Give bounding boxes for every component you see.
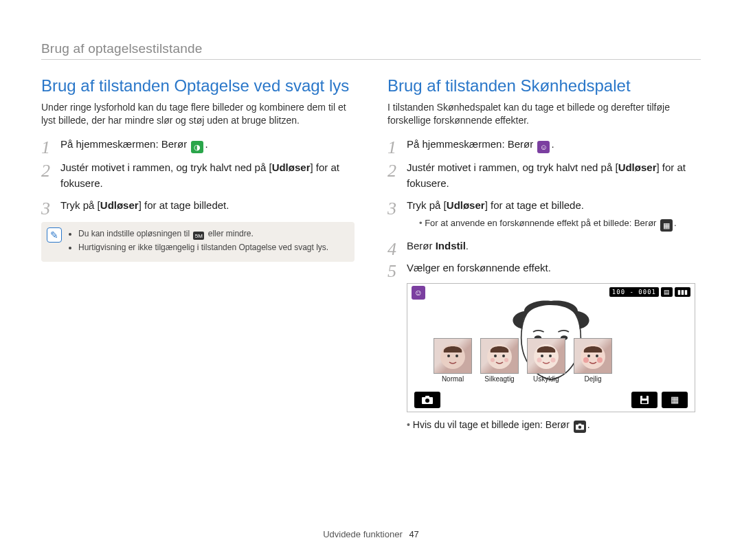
step-4: Berør Indstil.: [387, 238, 701, 254]
svg-point-13: [537, 357, 542, 362]
under-shot-a: Hvis du vil tage et billede igen: Berør: [413, 419, 572, 430]
retake-photo-button[interactable]: [414, 392, 440, 408]
heading-low-light: Brug af tilstanden Optagelse ved svagt l…: [41, 76, 355, 96]
battery-icon: ▮▮▮: [675, 287, 690, 297]
step-2-text-a: Justér motivet i rammen, og tryk halvt n…: [60, 161, 272, 173]
thumb-label: Normal: [434, 375, 472, 383]
svg-point-7: [502, 355, 505, 357]
svg-point-8: [491, 358, 495, 362]
thumb-normal[interactable]: Normal: [434, 338, 472, 383]
step-3-bold: Udløser: [100, 199, 139, 211]
step-3: Tryk på [Udløser] for at tage billedet.: [41, 198, 355, 214]
thumb-innocent[interactable]: Uskyldig: [527, 338, 565, 383]
svg-point-17: [596, 355, 598, 357]
step-3-sub-b: .: [674, 218, 677, 228]
step-1-text-b: .: [205, 138, 207, 150]
beauty-palette-mode-icon: ☺: [537, 141, 550, 153]
palette-apply-icon: ▦: [660, 219, 673, 232]
step-3-text-b: ] for at tage et billede.: [485, 199, 584, 211]
palette-button[interactable]: ▦: [662, 392, 688, 408]
step-4-bold: Indstil: [436, 240, 466, 251]
svg-rect-25: [642, 401, 647, 403]
svg-point-19: [597, 357, 603, 363]
svg-rect-21: [425, 396, 429, 398]
heading-beauty-palette: Brug af tilstanden Skønhedspalet: [387, 76, 701, 96]
note-box: ✎ Du kan indstille opløsningen til 5M el…: [41, 222, 355, 262]
thumb-silky[interactable]: Silkeagtig: [480, 338, 519, 383]
step-3-sub-a: For at anvende en forskønnende effekt på…: [425, 218, 659, 228]
step-5: Vælger en forskønnende effekt.: [387, 260, 701, 276]
thumb-label: Silkeagtig: [480, 375, 519, 383]
mode-badge-icon: ☺: [412, 286, 425, 300]
camera-preview: ☺ 100 - 0001 ▤ ▮▮▮: [407, 283, 695, 412]
preview-bottom-bar: ▦: [407, 388, 695, 412]
right-column: Brug af tilstanden Skønhedspalet I tilst…: [387, 76, 701, 433]
note-icon: ✎: [47, 227, 62, 243]
preview-status-chip: 100 - 0001 ▤ ▮▮▮: [609, 286, 690, 298]
svg-rect-24: [642, 396, 647, 399]
intro-beauty-palette: I tilstanden Skønhedspalet kan du tage e…: [387, 101, 701, 127]
step-2: Justér motivet i rammen, og tryk halvt n…: [387, 160, 701, 191]
svg-point-16: [587, 355, 590, 357]
svg-point-28: [578, 425, 581, 429]
step-2-text-a: Justér motivet i rammen, og tryk halvt n…: [407, 161, 618, 173]
step-1-text-a: På hjemmeskærmen: Berør: [60, 138, 190, 150]
thumb-label: Dejlig: [574, 375, 612, 383]
svg-point-22: [425, 399, 429, 403]
under-shot-note: Hvis du vil tage et billede igen: Berør …: [407, 419, 701, 433]
note-1: Du kan indstille opløsningen til 5M elle…: [78, 229, 346, 240]
svg-point-18: [583, 357, 589, 363]
two-column-layout: Brug af tilstanden Optagelse ved svagt l…: [41, 76, 701, 433]
svg-point-3: [447, 355, 450, 357]
svg-point-14: [551, 357, 556, 362]
svg-point-9: [504, 358, 508, 362]
thumb-lovely[interactable]: Dejlig: [574, 338, 612, 383]
step-2-bold: Udløser: [618, 161, 657, 173]
step-3-bold: Udløser: [447, 199, 485, 211]
step-1-text-a: På hjemmeskærmen: Berør: [407, 138, 536, 150]
step-4-text-b: .: [466, 240, 469, 251]
svg-point-6: [494, 355, 497, 357]
step-2: Justér motivet i rammen, og tryk halvt n…: [41, 160, 355, 191]
step-1: På hjemmeskærmen: Berør ◑.: [41, 137, 355, 153]
svg-point-4: [456, 355, 458, 357]
step-3-text-a: Tryk på [: [407, 199, 447, 211]
left-column: Brug af tilstanden Optagelse ved svagt l…: [41, 76, 355, 433]
step-2-bold: Udløser: [272, 161, 311, 173]
steps-low-light: På hjemmeskærmen: Berør ◑. Justér motive…: [41, 137, 355, 214]
low-light-mode-icon: ◑: [191, 141, 203, 153]
svg-rect-27: [578, 423, 581, 425]
step-4-text-a: Berør: [407, 240, 436, 251]
note-2: Hurtigvisning er ikke tilgængelig i tils…: [78, 243, 346, 252]
note-1-b: eller mindre.: [205, 229, 253, 238]
svg-point-12: [549, 355, 552, 357]
step-3-sub: For at anvende en forskønnende effekt på…: [419, 216, 701, 232]
sd-card-icon: ▤: [661, 287, 673, 297]
page-footer: Udvidede funktioner 47: [0, 529, 742, 539]
page-number: 47: [409, 529, 418, 539]
step-3: Tryk på [Udløser] for at tage et billede…: [387, 198, 701, 232]
breadcrumb: Brug af optagelsestilstande: [41, 41, 701, 56]
step-3-text-a: Tryk på [: [60, 199, 100, 211]
divider: [41, 59, 701, 60]
intro-low-light: Under ringe lysforhold kan du tage flere…: [41, 101, 355, 127]
under-shot-b: .: [587, 419, 590, 430]
step-1-text-b: .: [551, 138, 554, 150]
camera-icon: [574, 421, 586, 433]
footer-label: Udvidede funktioner: [323, 529, 403, 539]
step-3-text-b: ] for at tage billedet.: [139, 199, 229, 211]
effect-thumbnails: Normal Silkeagtig Uskyldig Dejlig: [434, 338, 612, 383]
thumb-label: Uskyldig: [527, 375, 565, 383]
note-1-a: Du kan indstille opløsningen til: [78, 229, 192, 238]
resolution-icon: 5M: [193, 232, 204, 240]
svg-point-11: [541, 355, 543, 357]
step-1: På hjemmeskærmen: Berør ☺.: [387, 137, 701, 153]
steps-beauty-palette: På hjemmeskærmen: Berør ☺. Justér motive…: [387, 137, 701, 276]
image-counter: 100 - 0001: [609, 287, 659, 297]
save-button[interactable]: [631, 392, 657, 408]
